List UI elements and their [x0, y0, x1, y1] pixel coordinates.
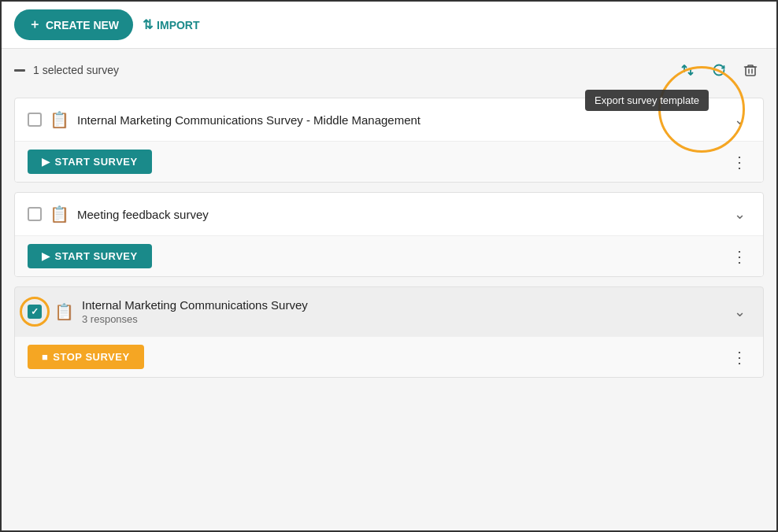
survey-header-3[interactable]: 📋 Internal Marketing Communications Surv… [15, 287, 763, 336]
toolbar: ＋ CREATE NEW ⇅ IMPORT [2, 2, 776, 49]
more-options-button-1[interactable]: ⋮ [728, 151, 750, 173]
expand-button-1[interactable]: ⌄ [729, 109, 750, 130]
survey-checkbox-2[interactable] [28, 207, 42, 221]
survey-header-2[interactable]: 📋 Meeting feedback survey ⌄ [15, 193, 763, 235]
stop-icon-3: ■ [42, 351, 48, 363]
selection-info: 1 selected survey [14, 64, 119, 76]
stop-survey-button-3[interactable]: ■ STOP SURVEY [28, 345, 144, 369]
survey-footer-3: ■ STOP SURVEY ⋮ [15, 336, 763, 377]
survey-footer-1: ▶ START SURVEY ⋮ [15, 141, 763, 182]
create-new-button[interactable]: ＋ CREATE NEW [14, 9, 133, 40]
play-icon-1: ▶ [42, 156, 50, 168]
survey-card-1: 📋 Internal Marketing Communications Surv… [14, 98, 764, 183]
survey-doc-icon-1: 📋 [50, 110, 69, 129]
survey-title-3: Internal Marketing Communications Survey [82, 298, 721, 312]
start-survey-button-1[interactable]: ▶ START SURVEY [28, 150, 152, 174]
svg-rect-0 [746, 67, 755, 76]
delete-button[interactable] [737, 57, 764, 83]
survey-checkbox-3[interactable] [28, 305, 42, 319]
import-button[interactable]: ⇅ IMPORT [143, 17, 199, 32]
survey-footer-2: ▶ START SURVEY ⋮ [15, 235, 763, 276]
survey-doc-icon-3: 📋 [54, 302, 74, 321]
survey-card-3: 📋 Internal Marketing Communications Surv… [14, 286, 764, 378]
minus-icon [14, 69, 25, 72]
selection-bar: 1 selected survey Export survey template [2, 49, 776, 91]
start-label-2: START SURVEY [55, 250, 138, 262]
survey-responses-3: 3 responses [82, 313, 721, 325]
expand-button-2[interactable]: ⌄ [729, 204, 750, 224]
start-survey-button-2[interactable]: ▶ START SURVEY [28, 244, 152, 268]
import-arrows-icon: ⇅ [143, 17, 153, 32]
checkbox-circle-wrapper-3 [28, 305, 42, 319]
import-label: IMPORT [157, 19, 199, 31]
selection-actions: Export survey template [674, 57, 764, 83]
survey-checkbox-1[interactable] [28, 113, 42, 127]
survey-title-2: Meeting feedback survey [77, 208, 721, 221]
start-label-1: START SURVEY [55, 156, 138, 168]
stop-label-3: STOP SURVEY [53, 351, 129, 363]
export-tooltip-wrapper: Export survey template [674, 57, 701, 83]
create-new-label: CREATE NEW [46, 19, 119, 31]
more-options-button-2[interactable]: ⋮ [728, 246, 750, 268]
more-options-button-3[interactable]: ⋮ [728, 346, 750, 368]
app-container: ＋ CREATE NEW ⇅ IMPORT 1 selected survey [0, 0, 778, 532]
survey-title-1: Internal Marketing Communications Survey… [77, 113, 721, 127]
refresh-button[interactable] [706, 57, 732, 83]
main-content: 📋 Internal Marketing Communications Surv… [2, 91, 776, 530]
expand-button-3[interactable]: ⌄ [729, 301, 750, 322]
survey-doc-icon-2: 📋 [50, 205, 69, 224]
plus-icon: ＋ [28, 17, 41, 33]
survey-header-1[interactable]: 📋 Internal Marketing Communications Surv… [15, 98, 763, 141]
survey-card-2: 📋 Meeting feedback survey ⌄ ▶ START SURV… [14, 192, 764, 277]
play-icon-2: ▶ [42, 250, 50, 262]
export-button[interactable] [674, 57, 701, 83]
selection-count: 1 selected survey [33, 64, 119, 76]
